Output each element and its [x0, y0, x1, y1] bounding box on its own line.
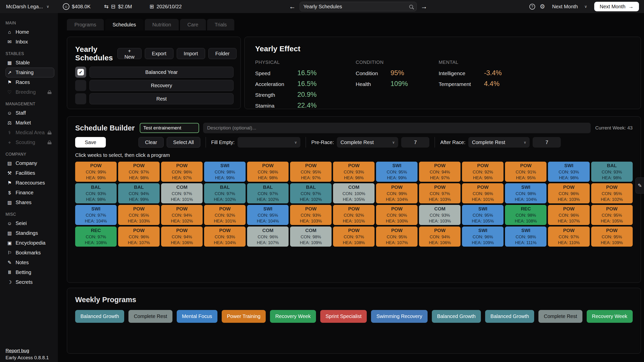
pre-race-select[interactable]: Complete Rest ∨ — [337, 137, 398, 148]
import-button[interactable]: Import — [177, 48, 205, 59]
report-bug-link[interactable]: Report bug — [6, 348, 49, 353]
pre-race-weeks-input[interactable]: 7 — [401, 137, 429, 148]
week-cell-29[interactable]: POWCON: 94%HEA: 102% — [161, 205, 203, 225]
schedule-item-rest[interactable]: Rest — [89, 93, 234, 104]
tab-programs[interactable]: Programs — [67, 19, 104, 30]
schedule-checkbox[interactable] — [75, 93, 86, 104]
sidebar-item-breeding[interactable]: ♡Breeding — [6, 87, 54, 97]
week-cell-11[interactable]: POWCON: 91%HEA: 95% — [505, 162, 546, 182]
sidebar-item-inbox[interactable]: ✉Inbox — [6, 37, 54, 47]
week-cell-21[interactable]: POWCON: 99%HEA: 104% — [376, 183, 418, 203]
sidebar-item-notes[interactable]: ✎Notes — [6, 258, 54, 267]
fill-empty-select[interactable]: ∨ — [238, 137, 300, 148]
description-input[interactable] — [203, 123, 591, 133]
program-button-recovery-week[interactable]: Recovery Week — [270, 310, 316, 323]
program-button-complete-rest[interactable]: Complete Rest — [128, 310, 172, 323]
sidebar-item-shares[interactable]: ▥Shares — [6, 198, 54, 207]
sidebar-item-betting[interactable]: ⅢBetting — [6, 267, 54, 277]
next-month-dropdown[interactable]: Next Month ∨ — [549, 4, 589, 10]
week-cell-26[interactable]: POWCON: 95%HEA: 102% — [591, 183, 633, 203]
sidebar-item-secrets[interactable]: ☽Secrets — [6, 277, 54, 287]
gear-icon[interactable]: ⚙ — [540, 3, 545, 10]
week-cell-24[interactable]: SWICON: 98%HEA: 104% — [505, 183, 546, 203]
select-all-button[interactable]: Select All — [167, 137, 200, 148]
week-cell-39[interactable]: POWCON: 95%HEA: 105% — [591, 205, 633, 225]
week-cell-33[interactable]: POWCON: 92%HEA: 101% — [333, 205, 375, 225]
week-cell-22[interactable]: POWCON: 97%HEA: 103% — [419, 183, 461, 203]
sidebar-item-staff[interactable]: ☺Staff — [6, 108, 54, 118]
week-cell-30[interactable]: POWCON: 92%HEA: 101% — [204, 205, 246, 225]
program-button-balanced-growth[interactable]: Balanced Growth — [75, 310, 124, 323]
week-cell-28[interactable]: POWCON: 95%HEA: 103% — [118, 205, 160, 225]
stable-selector[interactable]: McDarsh Lega... ∨ — [6, 4, 49, 10]
week-cell-37[interactable]: RECCON: 98%HEA: 108% — [505, 205, 546, 225]
week-cell-48[interactable]: POWCON: 94%HEA: 106% — [419, 227, 461, 247]
sidebar-item-bookmarks[interactable]: ⚐Bookmarks — [6, 248, 54, 258]
sidebar-item-company[interactable]: ▤Company — [6, 158, 54, 168]
week-cell-9[interactable]: POWCON: 94%HEA: 97% — [419, 162, 461, 182]
week-cell-5[interactable]: POWCON: 96%HEA: 98% — [247, 162, 289, 182]
week-cell-34[interactable]: POWCON: 90%HEA: 100% — [376, 205, 418, 225]
schedule-name-input[interactable] — [140, 123, 199, 133]
week-cell-32[interactable]: POWCON: 93%HEA: 103% — [290, 205, 332, 225]
week-cell-43[interactable]: POWCON: 93%HEA: 104% — [204, 227, 246, 247]
program-button-swimming-recovery[interactable]: Swimming Recovery — [371, 310, 427, 323]
program-button-sprint-specialist[interactable]: Sprint Specialist — [320, 310, 367, 323]
week-cell-25[interactable]: POWCON: 96%HEA: 103% — [548, 183, 589, 203]
sidebar-item-races[interactable]: ⚑Races — [6, 77, 54, 87]
sidebar-item-stable[interactable]: ▦Stable — [6, 58, 54, 68]
sidebar-item-training[interactable]: ↗Training — [6, 68, 54, 77]
sidebar-item-standings[interactable]: ▥Standings — [6, 228, 54, 238]
week-cell-3[interactable]: POWCON: 96%HEA: 97% — [161, 162, 203, 182]
program-button-power-training[interactable]: Power Training — [222, 310, 266, 323]
week-cell-4[interactable]: SWICON: 98%HEA: 99% — [204, 162, 246, 182]
week-cell-27[interactable]: SWICON: 97%HEA: 104% — [75, 205, 117, 225]
week-cell-44[interactable]: COMCON: 96%HEA: 107% — [247, 227, 289, 247]
sidebar-item-home[interactable]: ⌂Home — [6, 27, 54, 37]
schedule-checkbox[interactable]: ✓ — [75, 67, 86, 78]
week-cell-6[interactable]: POWCON: 95%HEA: 97% — [290, 162, 332, 182]
sidebar-item-market[interactable]: ⚖Market — [6, 118, 54, 128]
week-cell-45[interactable]: COMCON: 98%HEA: 109% — [290, 227, 332, 247]
program-button-complete-rest[interactable]: Complete Rest — [538, 310, 582, 323]
program-button-recovery-week[interactable]: Recovery Week — [587, 310, 633, 323]
sidebar-item-encyclopedia[interactable]: ▣Encyclopedia — [6, 238, 54, 248]
tab-schedules[interactable]: Schedules — [105, 19, 144, 30]
tab-nutrition[interactable]: Nutrition — [145, 19, 178, 30]
tab-care[interactable]: Care — [180, 19, 206, 30]
back-icon[interactable]: ← — [289, 3, 296, 11]
sidebar-item-medical-area[interactable]: ⚕Medical Area — [6, 128, 54, 138]
sidebar-item-finance[interactable]: $Finance — [6, 188, 54, 198]
week-cell-1[interactable]: POWCON: 99%HEA: 99% — [75, 162, 117, 182]
sidebar-item-scouting[interactable]: ⌖Scouting — [6, 138, 54, 147]
next-month-button[interactable]: Next Month → — [594, 2, 639, 11]
week-cell-35[interactable]: COMCON: 93%HEA: 103% — [419, 205, 461, 225]
save-button[interactable]: Save — [75, 137, 106, 148]
week-cell-40[interactable]: RECCON: 97%HEA: 108% — [75, 227, 117, 247]
program-button-balanced-growth[interactable]: Balanced Growth — [432, 310, 481, 323]
schedule-checkbox[interactable] — [75, 80, 86, 91]
clear-button[interactable]: Clear — [139, 137, 164, 148]
week-cell-50[interactable]: SWICON: 98%HEA: 111% — [505, 227, 546, 247]
forward-icon[interactable]: → — [421, 3, 427, 11]
week-cell-7[interactable]: POWCON: 93%HEA: 96% — [333, 162, 375, 182]
week-cell-8[interactable]: SWICON: 95%HEA: 99% — [376, 162, 418, 182]
sidebar-item-racecourses[interactable]: ⚑Racecourses — [6, 178, 54, 188]
week-cell-15[interactable]: BALCON: 94%HEA: 99% — [118, 183, 160, 203]
week-cell-41[interactable]: POWCON: 96%HEA: 107% — [118, 227, 160, 247]
search-box[interactable] — [300, 2, 417, 11]
after-race-weeks-input[interactable]: 7 — [533, 137, 561, 148]
week-cell-46[interactable]: POWCON: 97%HEA: 108% — [333, 227, 375, 247]
sidebar-item-facilities[interactable]: ⚒Facilities — [6, 168, 54, 178]
week-cell-14[interactable]: BALCON: 93%HEA: 98% — [75, 183, 117, 203]
export-button[interactable]: Export — [145, 48, 173, 59]
search-input[interactable] — [303, 4, 409, 10]
help-icon[interactable]: ? — [529, 4, 535, 10]
new-button[interactable]: + New — [117, 48, 142, 59]
schedule-item-recovery[interactable]: Recovery — [89, 80, 234, 91]
week-cell-31[interactable]: SWICON: 95%HEA: 104% — [247, 205, 289, 225]
notes-flyout-tab[interactable]: ✎ — [635, 177, 644, 194]
week-cell-19[interactable]: BALCON: 97%HEA: 102% — [290, 183, 332, 203]
program-button-mental-focus[interactable]: Mental Focus — [177, 310, 217, 323]
week-cell-49[interactable]: SWICON: 96%HEA: 109% — [462, 227, 503, 247]
